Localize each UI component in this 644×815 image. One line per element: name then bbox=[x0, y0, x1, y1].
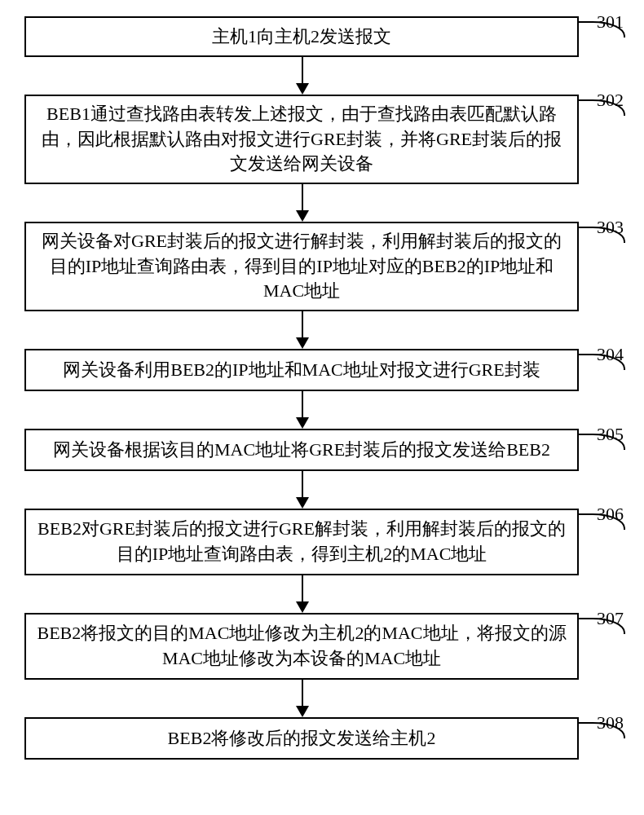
callout-num-4: 304 bbox=[597, 344, 624, 365]
step-text: BEB2将修改后的报文发送给主机2 bbox=[168, 726, 436, 751]
flow-step-7: BEB2将报文的目的MAC地址修改为主机2的MAC地址，将报文的源MAC地址修改… bbox=[24, 613, 579, 680]
flow-step-4: 网关设备利用BEB2的IP地址和MAC地址对报文进行GRE封装 bbox=[24, 349, 579, 391]
step-text: BEB2对GRE封装后的报文进行GRE解封装，利用解封装后的报文的目的IP地址查… bbox=[34, 517, 569, 567]
step-text: 主机1向主机2发送报文 bbox=[212, 24, 391, 50]
step-text: 网关设备根据该目的MAC地址将GRE封装后的报文发送给BEB2 bbox=[53, 438, 550, 463]
callout-num-2: 302 bbox=[597, 90, 624, 111]
flow-step-2: BEB1通过查找路由表转发上述报文，由于查找路由表匹配默认路由，因此根据默认路由… bbox=[24, 95, 579, 184]
flowchart-container: 主机1向主机2发送报文 301 BEB1通过查找路由表转发上述报文，由于查找路由… bbox=[0, 0, 644, 815]
flow-step-5: 网关设备根据该目的MAC地址将GRE封装后的报文发送给BEB2 bbox=[24, 429, 579, 471]
step-text: 网关设备利用BEB2的IP地址和MAC地址对报文进行GRE封装 bbox=[63, 358, 540, 383]
callout-num-8: 308 bbox=[597, 712, 624, 734]
flow-step-6: BEB2对GRE封装后的报文进行GRE解封装，利用解封装后的报文的目的IP地址查… bbox=[24, 509, 579, 575]
callout-num-7: 307 bbox=[597, 608, 624, 629]
flow-step-1: 主机1向主机2发送报文 bbox=[24, 16, 579, 57]
flow-step-8: BEB2将修改后的报文发送给主机2 bbox=[24, 717, 579, 760]
step-text: BEB1通过查找路由表转发上述报文，由于查找路由表匹配默认路由，因此根据默认路由… bbox=[34, 102, 569, 177]
callout-num-1: 301 bbox=[597, 11, 624, 33]
callout-num-6: 306 bbox=[597, 504, 624, 525]
flow-step-3: 网关设备对GRE封装后的报文进行解封装，利用解封装后的报文的目的IP地址查询路由… bbox=[24, 222, 579, 311]
callout-num-5: 305 bbox=[597, 424, 624, 445]
callout-num-3: 303 bbox=[597, 217, 624, 238]
step-text: 网关设备对GRE封装后的报文进行解封装，利用解封装后的报文的目的IP地址查询路由… bbox=[34, 229, 569, 304]
step-text: BEB2将报文的目的MAC地址修改为主机2的MAC地址，将报文的源MAC地址修改… bbox=[34, 621, 569, 672]
